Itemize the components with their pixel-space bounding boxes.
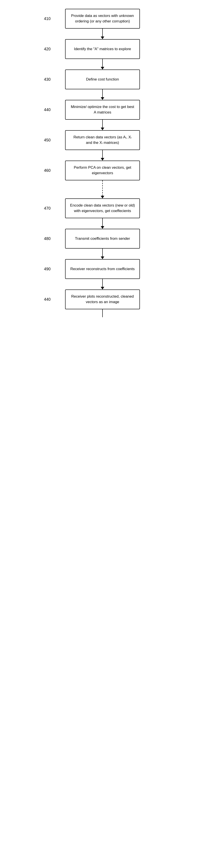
step-label-490: 490	[44, 267, 51, 272]
flow-item-480: 480 Transmit coefficients from sender	[0, 229, 205, 259]
step-text-480: Transmit coefficients from sender	[75, 236, 130, 242]
step-text-470: Encode clean data vectors (new or old) w…	[70, 203, 135, 214]
connector-420	[102, 59, 103, 67]
step-box-430: Define cost function	[65, 69, 140, 89]
step-box-490: Receiver reconstructs from coefficients	[65, 259, 140, 279]
diagram-container: 410 Provide data as vectors with unknown…	[0, 0, 205, 868]
step-row-460: 460 Perform PCA on clean vectors, get ei…	[0, 161, 205, 180]
flow-item-460: 460 Perform PCA on clean vectors, get ei…	[0, 161, 205, 198]
step-row-440: 440 Minimize/ optimize the cost to get b…	[0, 100, 205, 120]
step-label-440b: 440	[44, 297, 51, 302]
connector-470	[102, 218, 103, 226]
flow-item-410: 410 Provide data as vectors with unknown…	[0, 9, 205, 39]
step-box-450: Return clean data vectors (as Aᵢ, Xᵢ and…	[65, 130, 140, 150]
step-text-450: Return clean data vectors (as Aᵢ, Xᵢ and…	[70, 135, 135, 146]
step-text-410: Provide data as vectors with unknown ord…	[70, 13, 135, 24]
step-label-410: 410	[44, 17, 51, 21]
step-label-480: 480	[44, 237, 51, 241]
arrow-440	[101, 128, 104, 130]
step-box-420: Identify the "A" matrices to explore	[65, 39, 140, 59]
step-text-440b: Receiver plots reconstructed, cleaned ve…	[70, 294, 135, 305]
step-box-410: Provide data as vectors with unknown ord…	[65, 9, 140, 29]
step-row-470: 470 Encode clean data vectors (new or ol…	[0, 198, 205, 218]
flow-item-440: 440 Minimize/ optimize the cost to get b…	[0, 100, 205, 130]
step-row-450: 450 Return clean data vectors (as Aᵢ, Xᵢ…	[0, 130, 205, 150]
arrow-490	[101, 287, 104, 289]
step-text-460: Perform PCA on clean vectors, get eigenv…	[70, 165, 135, 176]
flow-item-470: 470 Encode clean data vectors (new or ol…	[0, 198, 205, 229]
step-label-450: 450	[44, 138, 51, 143]
arrow-470	[101, 226, 104, 229]
step-row-440b: 440 Receiver plots reconstructed, cleane…	[0, 289, 205, 309]
connector-450	[102, 150, 103, 158]
step-row-410: 410 Provide data as vectors with unknown…	[0, 9, 205, 29]
step-box-470: Encode clean data vectors (new or old) w…	[65, 198, 140, 218]
step-text-490: Receiver reconstructs from coefficients	[70, 267, 135, 272]
connector-490	[102, 279, 103, 287]
step-row-490: 490 Receiver reconstructs from coefficie…	[0, 259, 205, 279]
step-label-460: 460	[44, 168, 51, 173]
step-text-420: Identify the "A" matrices to explore	[74, 46, 131, 52]
step-label-430: 430	[44, 77, 51, 82]
arrow-430	[101, 97, 104, 100]
arrow-480	[101, 256, 104, 259]
step-box-440: Minimize/ optimize the cost to get best …	[65, 100, 140, 120]
connector-480	[102, 249, 103, 256]
arrow-460	[101, 196, 104, 198]
arrow-420	[101, 67, 104, 69]
step-box-440b: Receiver plots reconstructed, cleaned ve…	[65, 289, 140, 309]
step-row-480: 480 Transmit coefficients from sender	[0, 229, 205, 249]
step-label-420: 420	[44, 47, 51, 52]
step-box-480: Transmit coefficients from sender	[65, 229, 140, 249]
step-label-470: 470	[44, 206, 51, 211]
connector-440b	[102, 309, 103, 317]
flow-item-450: 450 Return clean data vectors (as Aᵢ, Xᵢ…	[0, 130, 205, 161]
arrow-450	[101, 158, 104, 161]
connector-460-dashed	[102, 180, 103, 196]
step-text-440: Minimize/ optimize the cost to get best …	[70, 104, 135, 115]
step-row-430: 430 Define cost function	[0, 69, 205, 89]
connector-430	[102, 89, 103, 97]
arrow-410	[101, 36, 104, 39]
flow-item-420: 420 Identify the "A" matrices to explore	[0, 39, 205, 69]
step-label-440: 440	[44, 107, 51, 112]
step-text-430: Define cost function	[86, 77, 119, 82]
connector-440	[102, 120, 103, 128]
step-row-420: 420 Identify the "A" matrices to explore	[0, 39, 205, 59]
flow-item-430: 430 Define cost function	[0, 69, 205, 100]
connector-410	[102, 29, 103, 36]
step-box-460: Perform PCA on clean vectors, get eigenv…	[65, 161, 140, 180]
flow-item-440b: 440 Receiver plots reconstructed, cleane…	[0, 289, 205, 317]
flow-item-490: 490 Receiver reconstructs from coefficie…	[0, 259, 205, 289]
